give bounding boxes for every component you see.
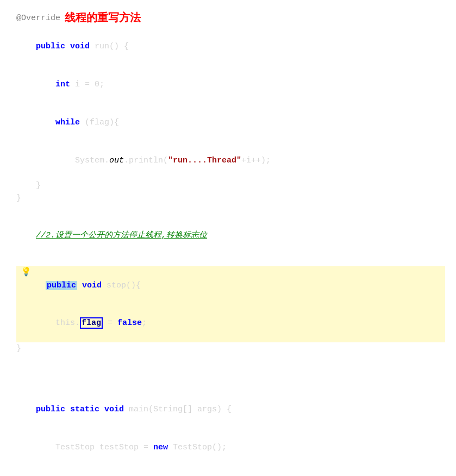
int-i-line: int i = 0; — [16, 66, 445, 104]
testStop-rest: TestStop(); — [168, 443, 227, 452]
annotation-title-line: @Override 线程的重写方法 — [16, 10, 445, 27]
section-comment-line: //2.设置一个公开的方法停止线程,转换标志位 — [16, 217, 445, 255]
testStop-line: TestStop testStop = new TestStop(); — [16, 429, 445, 467]
main-sig-line: public static void main(String[] args) { — [16, 391, 445, 429]
stop-sig-container: 💡 public void stop(){ — [16, 266, 445, 304]
kw-public: public — [36, 42, 65, 51]
indent2: System. — [36, 156, 109, 165]
flag-rest: = false; — [103, 318, 147, 328]
code-area: @Override 线程的重写方法 public void run() { in… — [0, 5, 456, 476]
run-sig-rest: void run() { — [65, 42, 129, 51]
empty-line-1 — [16, 205, 445, 217]
println-run-line: System.out.println("run....Thread"+i++); — [16, 141, 445, 179]
close-while-line: } — [16, 179, 445, 192]
empty-line-3 — [16, 355, 445, 367]
override-annotation: @Override — [16, 12, 60, 24]
highlight-public-kw: public — [46, 281, 77, 290]
i-rest: i = 0; — [70, 80, 104, 89]
empty-line-2 — [16, 254, 445, 266]
println-run-rest: .println("run....Thread"+i++); — [124, 156, 271, 165]
stop-sig-rest: void stop(){ — [77, 281, 141, 290]
indent-ts: TestStop testStop = — [36, 443, 153, 452]
out-kw: out — [109, 156, 124, 165]
while-line: while (flag){ — [16, 104, 445, 142]
page-title: 线程的重写方法 — [65, 10, 141, 27]
indent-flag: this. — [36, 318, 80, 328]
empty-line-4 — [16, 367, 445, 379]
while-rest: (flag){ — [80, 118, 119, 127]
close-run-line: } — [16, 192, 445, 204]
flag-set-line: this.flag = false; — [16, 304, 445, 342]
main-sig-rest: main(String[] args) { — [124, 405, 232, 414]
kw-new1: new — [153, 443, 168, 452]
section-2-comment: //2.设置一个公开的方法停止线程,转换标志位 — [36, 231, 207, 240]
empty-line-5 — [16, 379, 445, 391]
indent1b — [36, 118, 55, 127]
flag-highlight: flag — [80, 317, 103, 329]
stop-sig-line: public void stop(){ — [16, 266, 445, 304]
kw-public-main: public — [36, 405, 65, 414]
thread-start-line: new Thread(testStop).start(); — [16, 467, 445, 477]
close-stop-line: } — [16, 342, 445, 355]
kw-static: static — [70, 405, 99, 414]
kw-void-main: void — [104, 405, 124, 414]
run-method-sig: public void run() { — [16, 28, 445, 66]
indent1 — [36, 80, 55, 89]
kw-int: int — [55, 80, 70, 89]
kw-while: while — [55, 118, 80, 127]
bulb-icon: 💡 — [21, 266, 32, 277]
